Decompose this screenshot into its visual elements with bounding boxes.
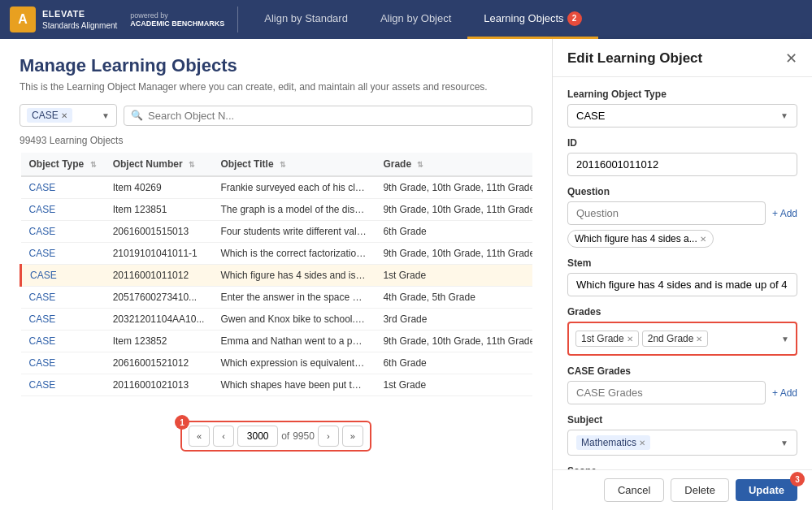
table-cell: 20116001011012 [105,265,213,287]
field-label-grades: Grades [567,306,797,318]
table-row[interactable]: CASE21019101041011-1Which is the correct… [21,243,533,265]
table-cell: Four students write different values on … [212,221,375,243]
case-grades-add-btn[interactable]: + Add [772,387,797,399]
table-cell: Enter the answer in the space provided. … [212,287,375,309]
question-add-btn[interactable]: + Add [772,208,797,219]
col-object-title[interactable]: Object Title ⇅ [212,153,375,176]
table-cell: CASE [21,287,105,309]
pagination-badge: 1 [175,415,189,430]
table-cell: Frankie surveyed each of his classmates … [212,176,375,199]
table-cell: 21019101041011-1 [105,243,213,265]
table-cell: 1st Grade [375,265,532,287]
nav-tabs: Align by Standard Align by Object Learni… [248,0,597,39]
field-group-subject: Subject Mathematics ✕ ▼ [567,414,797,456]
table-row[interactable]: CASEItem 40269Frankie surveyed each of h… [21,176,533,199]
type-select[interactable]: CASE ▼ [567,104,797,128]
record-count: 99493 Learning Objects [20,135,532,146]
filter-bar: CASE ✕ ▼ 🔍 [20,104,532,127]
table-row[interactable]: CASE20616001515013Four students write di… [21,221,533,243]
table-row[interactable]: CASEItem 123852Emma and Nathan went to a… [21,331,533,352]
question-tag-close-icon[interactable]: ✕ [700,235,706,244]
question-tag: Which figure has 4 sides a... ✕ [567,230,714,248]
case-grades-input[interactable] [567,381,766,404]
table-cell: 9th Grade, 10th Grade, 11th Grade, 12th … [375,331,532,352]
app-header: A ELEVATE Standards Alignment powered by… [0,0,812,39]
subject-tag-math: Mathematics ✕ [576,435,650,450]
field-group-id: ID [567,137,797,176]
tab-learning-objects[interactable]: Learning Objects 2 [467,0,597,39]
table-cell: CASE [21,374,105,396]
update-button[interactable]: Update [736,479,797,501]
sort-icon: ⇅ [280,161,286,169]
page-title: Manage Learning Objects [20,55,532,76]
filter-chevron-icon: ▼ [102,111,110,120]
table-row[interactable]: CASE20517600273410...Enter the answer in… [21,287,533,309]
search-box[interactable]: 🔍 [124,106,532,126]
filter-tag-close-icon[interactable]: ✕ [61,111,67,120]
table-cell: 6th Grade [375,352,532,374]
brand-title: ELEVATE [42,8,117,19]
pagination-first-btn[interactable]: « [189,426,210,447]
panel-close-icon[interactable]: ✕ [785,51,797,66]
search-input[interactable] [148,110,525,122]
filter-tag-case: CASE ✕ [27,108,72,123]
logo-section: A ELEVATE Standards Alignment powered by… [10,6,238,32]
table-row[interactable]: CASE20116001011012Which figure has 4 sid… [21,265,533,287]
page-number-input[interactable] [237,426,278,447]
grades-field[interactable]: 1st Grade ✕ 2nd Grade ✕ ▼ [567,322,797,356]
field-group-case-grades: CASE Grades + Add [567,365,797,404]
col-grade[interactable]: Grade ⇅ [375,153,532,176]
left-panel: Manage Learning Objects This is the Lear… [0,39,552,510]
table-cell: 20616001521012 [105,352,213,374]
col-object-number[interactable]: Object Number ⇅ [105,153,213,176]
pagination-prev-btn[interactable]: ‹ [213,426,234,447]
table-row[interactable]: CASE20321201104AA10...Gwen and Knox bike… [21,309,533,331]
grade-tag-2nd-close-icon[interactable]: ✕ [696,335,702,344]
delete-button[interactable]: Delete [671,478,729,502]
filter-select[interactable]: CASE ✕ ▼ [20,104,117,127]
table-cell: Which figure has 4 sides and is made up … [212,265,375,287]
update-badge: 3 [790,472,805,486]
field-label-case-grades: CASE Grades [567,365,797,377]
powered-by: powered by ACADEMIC BENCHMARKS [130,11,224,28]
tab-align-by-object[interactable]: Align by Object [364,0,467,39]
tab-align-by-standard[interactable]: Align by Standard [248,0,364,39]
table-cell: Item 123852 [105,331,213,352]
pagination-wrapper: 1 « ‹ of 9950 › » [180,421,371,452]
pagination-area: 1 « ‹ of 9950 › » [20,421,532,452]
subject-select[interactable]: Mathematics ✕ ▼ [567,430,797,456]
table-cell: 3rd Grade [375,309,532,331]
pagination-last-btn[interactable]: » [342,426,363,447]
field-group-type: Learning Object Type CASE ▼ [567,89,797,128]
table-row[interactable]: CASEItem 123851The graph is a model of t… [21,199,533,221]
sort-icon: ⇅ [90,161,97,169]
table-cell: Which is the correct factorization of \(… [212,243,375,265]
brand-subtitle: Standards Alignment [42,20,117,31]
table-row[interactable]: CASE20116001021013Which shapes have been… [21,374,533,396]
field-label-stem: Stem [567,257,797,269]
field-label-question: Question [567,186,797,197]
stem-input[interactable] [567,273,797,296]
table-cell: The graph is a model of the distance \(\… [212,199,375,221]
table-cell: Item 40269 [105,176,213,199]
field-label-id: ID [567,137,797,149]
id-input[interactable] [567,153,797,176]
table-cell: CASE [21,199,105,221]
cancel-button[interactable]: Cancel [604,478,664,502]
search-icon: 🔍 [131,110,143,121]
subject-tag-close-icon[interactable]: ✕ [639,439,645,447]
page-of-text: of [281,430,289,442]
grade-tag-1st-close-icon[interactable]: ✕ [627,335,633,344]
pagination-next-btn[interactable]: › [318,426,339,447]
field-label-subject: Subject [567,414,797,426]
table-cell: CASE [21,265,105,287]
table-cell: 20616001515013 [105,221,213,243]
table-cell: CASE [21,352,105,374]
col-object-type[interactable]: Object Type ⇅ [21,153,105,176]
question-input[interactable] [567,201,766,225]
table-container: Object Type ⇅ Object Number ⇅ Object Tit… [20,153,532,413]
subject-chevron-icon: ▼ [780,439,788,447]
field-group-stem: Stem [567,257,797,296]
table-row[interactable]: CASE20616001521012Which expression is eq… [21,352,533,374]
page-description: This is the Learning Object Manager wher… [20,81,532,93]
